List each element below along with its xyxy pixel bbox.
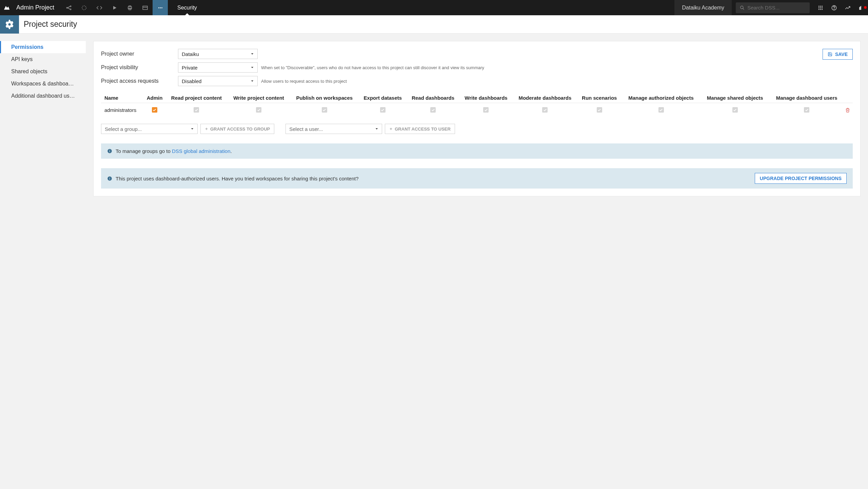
checkbox-write-dashboards[interactable] [483,107,489,113]
help-icon[interactable] [827,5,841,11]
form-left: Project owner Dataiku Project visibility… [101,49,823,90]
checkbox-publish-workspaces[interactable] [322,107,327,113]
th-actions [844,93,853,103]
checkbox-read-project[interactable] [194,107,199,113]
caret-down-icon [375,127,378,131]
info-manage-groups: To manage groups go to DSS global admini… [101,143,853,159]
sidebar-item-api-keys[interactable]: API keys [0,53,86,65]
select-user-placeholder: Select a user... [289,126,323,132]
search-input[interactable] [747,5,806,11]
sidebar-item-shared-objects[interactable]: Shared objects [0,65,86,78]
save-button-label: SAVE [835,52,848,57]
svg-point-3 [82,6,86,10]
checkbox-manage-authorized[interactable] [658,107,664,113]
select-project-access-requests[interactable]: Disabled [178,76,258,86]
checkbox-manage-shared[interactable] [732,107,738,113]
sidebar-item-additional-dashboard-users[interactable]: Additional dashboard users [0,90,86,102]
sidebar-item-permissions[interactable]: Permissions [0,41,86,53]
grant-group-button-label: GRANT ACCESS TO GROUP [210,126,270,132]
checkbox-write-project[interactable] [256,107,261,113]
th-read-project: Read project content [165,93,228,103]
th-publish-workspaces: Publish on workspaces [290,93,359,103]
caret-down-icon [251,66,254,69]
delete-row-button[interactable] [845,108,851,113]
svg-rect-7 [143,6,147,9]
recipe-icon[interactable] [76,0,92,15]
checkbox-moderate-dashboards[interactable] [542,107,548,113]
sidebar: Permissions API keys Shared objects Work… [0,34,86,489]
th-run-scenarios: Run scenarios [577,93,622,103]
info-icon [107,176,112,181]
grant-group-button[interactable]: GRANT ACCESS TO GROUP [200,124,274,134]
svg-point-12 [741,6,743,8]
row-project-access-requests: Project access requests Disabled Allow u… [101,76,823,86]
dss-admin-link[interactable]: DSS global administration [172,148,231,154]
svg-rect-30 [110,151,110,152]
svg-rect-5 [129,6,131,7]
svg-point-31 [110,150,110,151]
select-project-owner[interactable]: Dataiku [178,49,258,59]
checkbox-manage-dashboard-users[interactable] [804,107,809,113]
th-admin: Admin [144,93,165,103]
search-box[interactable] [736,2,810,13]
topbar-left: Admin Project Security [0,0,206,15]
dashboard-icon[interactable] [137,0,153,15]
info-icon [107,149,112,154]
svg-rect-21 [820,9,821,10]
sidebar-item-workspaces-dashboards[interactable]: Workspaces & dashboards au… [0,78,86,90]
flow-icon[interactable] [61,0,76,15]
checkbox-read-dashboards[interactable] [430,107,436,113]
select-group-placeholder: Select a group... [105,126,142,132]
more-icon[interactable] [153,0,168,15]
tab-security[interactable]: Security [168,0,206,15]
upgrade-permissions-button[interactable]: UPGRADE PROJECT PERMISSIONS [755,173,847,184]
grant-user-button-label: GRANT ACCESS TO USER [395,126,451,132]
save-button[interactable]: SAVE [823,49,853,60]
print-icon[interactable] [122,0,137,15]
svg-point-0 [66,7,67,8]
label-project-owner: Project owner [101,51,178,57]
search-icon [740,5,745,11]
permissions-table: Name Admin Read project content Write pr… [101,93,853,117]
select-group[interactable]: Select a group... [101,124,198,134]
code-icon[interactable] [92,0,107,15]
caret-down-icon [251,52,254,56]
toolbar-icons [61,0,168,15]
settings-icon [0,15,19,34]
topbar-right: Dataiku Academy [674,0,868,15]
activity-icon[interactable] [841,5,854,11]
th-write-project: Write project content [228,93,290,103]
help-project-access-requests: Allow users to request access to this pr… [261,79,347,84]
select-project-visibility[interactable]: Private [178,62,258,73]
academy-link[interactable]: Dataiku Academy [674,0,732,15]
svg-rect-33 [110,178,110,179]
svg-point-11 [161,7,162,8]
panel: Project owner Dataiku Project visibility… [93,41,861,196]
checkbox-admin[interactable] [152,107,157,113]
logo-icon[interactable] [0,4,14,12]
svg-rect-16 [822,6,823,7]
play-icon[interactable] [107,0,122,15]
select-project-owner-value: Dataiku [182,51,199,57]
svg-line-13 [743,8,744,9]
caret-down-icon [191,127,194,131]
grant-user-button[interactable]: GRANT ACCESS TO USER [385,124,455,134]
svg-rect-20 [818,9,820,10]
page-title: Project security [24,20,77,29]
top-navbar: Admin Project Security Dataiku Academy [0,0,868,15]
svg-point-2 [70,9,71,10]
svg-rect-17 [818,7,820,8]
info-text-suffix: . [231,148,232,154]
info-upgrade-text: This project uses dashboard-authorized u… [116,176,359,181]
checkbox-export-datasets[interactable] [380,107,386,113]
table-header-row: Name Admin Read project content Write pr… [101,93,853,103]
apps-icon[interactable] [814,5,827,11]
row-project-owner: Project owner Dataiku [101,49,823,59]
notifications-icon[interactable] [854,5,868,11]
save-icon [828,52,832,57]
project-name[interactable]: Admin Project [14,4,61,11]
checkbox-run-scenarios[interactable] [597,107,602,113]
grant-row: Select a group... GRANT ACCESS TO GROUP … [101,124,853,134]
select-user[interactable]: Select a user... [285,124,382,134]
svg-rect-19 [822,7,823,8]
